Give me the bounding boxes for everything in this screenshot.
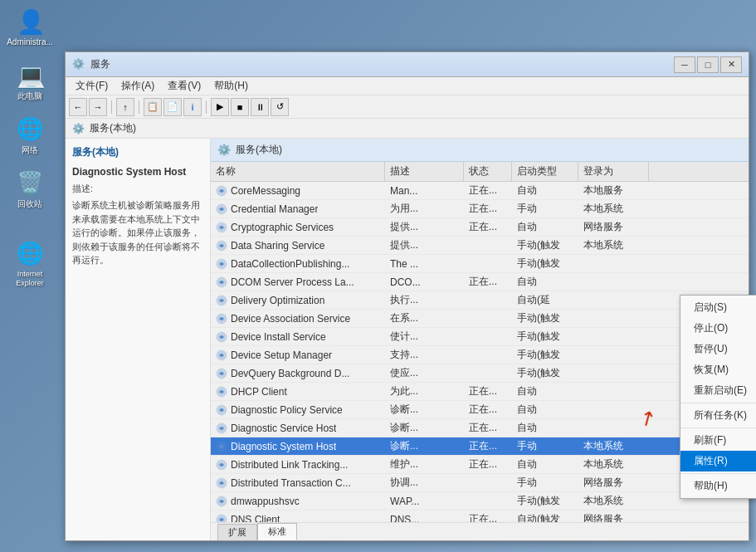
table-row[interactable]: Data Sharing Service 提供... 手动(触发 本地系统	[211, 237, 749, 255]
window-title: 服务	[90, 57, 674, 71]
content-area: 服务(本地) Diagnostic System Host 描述: 诊断系统主机…	[66, 139, 749, 540]
table-row[interactable]: DNS Client DNS... 正在... 自动(触发 网络服务	[211, 510, 749, 522]
menu-action[interactable]: 操作(A)	[115, 77, 161, 95]
desktop-icon-ie[interactable]: 🌐 Internet Explorer	[7, 241, 53, 288]
service-desc-title: Diagnostic System Host	[72, 166, 203, 178]
address-text: 服务(本地)	[90, 121, 136, 135]
desktop-icon-label: 网络	[22, 145, 38, 155]
minimize-button[interactable]: ─	[674, 56, 695, 73]
toolbar-show[interactable]: 📋	[144, 98, 162, 116]
table-row[interactable]: Device Setup Manager 支持... 手动(触发	[211, 346, 749, 364]
bottom-tabs: 扩展 标准	[211, 522, 749, 540]
desktop-icon-label: 此电脑	[17, 91, 42, 101]
header-login[interactable]: 登录为	[578, 162, 649, 181]
address-icon: ⚙️	[72, 123, 85, 134]
desc-label: 描述:	[72, 183, 203, 195]
toolbar-play[interactable]: ▶	[211, 98, 229, 116]
desktop-icon-label: 回收站	[17, 199, 42, 209]
menu-help[interactable]: 帮助(H)	[207, 77, 255, 95]
service-table[interactable]: 名称 描述 状态 启动类型 登录为 CoreMessaging Man... 正…	[211, 162, 749, 522]
window-controls: ─ □ ✕	[674, 56, 742, 73]
toolbar-btn1[interactable]: 📄	[163, 98, 182, 116]
toolbar-separator	[111, 100, 112, 114]
address-bar: ⚙️ 服务(本地)	[66, 119, 749, 139]
context-menu-separator	[680, 403, 756, 403]
context-menu-item[interactable]: 刷新(F)	[680, 430, 756, 451]
table-body: CoreMessaging Man... 正在... 自动 本地服务 Crede…	[211, 182, 749, 522]
desktop-icon-network[interactable]: 🌐 网络	[7, 116, 53, 155]
toolbar-restart[interactable]: ↺	[271, 98, 289, 116]
context-menu: 启动(S)停止(O)暂停(U)恢复(M)重新启动(E)所有任务(K)▶刷新(F)…	[680, 295, 756, 499]
toolbar-stop[interactable]: ■	[231, 98, 249, 116]
desktop-icon-label: Administra...	[7, 37, 53, 47]
table-row[interactable]: Diagnostic Policy Service 诊断... 正在... 自动	[211, 401, 749, 419]
service-desc-text: 诊断系统主机被诊断策略服务用来承载需要在本地系统上下文中运行的诊断。如果停止该服…	[72, 198, 203, 267]
toolbar-btn2[interactable]: i	[183, 98, 202, 116]
table-row[interactable]: Distributed Link Tracking... 维护... 正在...…	[211, 456, 749, 474]
menu-bar: 文件(F) 操作(A) 查看(V) 帮助(H)	[66, 77, 749, 95]
table-row[interactable]: Delivery Optimization 执行... 自动(延	[211, 291, 749, 310]
table-row[interactable]: Cryptographic Services 提供... 正在... 自动 网络…	[211, 218, 749, 237]
context-menu-separator	[680, 473, 756, 474]
toolbar-separator2	[139, 100, 139, 114]
window-icon: ⚙️	[72, 58, 85, 71]
toolbar: ← → ↑ 📋 📄 i ▶ ■ ⏸ ↺	[66, 95, 749, 119]
context-menu-item[interactable]: 恢复(M)	[680, 359, 756, 380]
desktop-icon-label: Internet Explorer	[7, 270, 53, 288]
toolbar-pause[interactable]: ⏸	[251, 98, 269, 116]
tab-standard[interactable]: 标准	[257, 523, 297, 540]
panel-header-icon: ⚙️	[217, 144, 231, 156]
services-window: ⚙️ 服务 ─ □ ✕ 文件(F) 操作(A) 查看(V) 帮助(H) ← → …	[65, 51, 749, 541]
context-menu-separator	[680, 427, 756, 428]
title-bar: ⚙️ 服务 ─ □ ✕	[66, 52, 749, 77]
toolbar-separator3	[206, 100, 207, 114]
panel-header-text: 服务(本地)	[236, 143, 282, 157]
desktop-icon-computer[interactable]: 💻 此电脑	[7, 62, 53, 101]
desktop-icon-admin[interactable]: 👤 Administra...	[7, 8, 53, 47]
desktop-icons: 👤 Administra... 💻 此电脑 🌐 网络 🗑️ 回收站 🌐 Inte…	[7, 8, 53, 288]
table-row[interactable]: DHCP Client 为此... 正在... 自动	[211, 383, 749, 401]
menu-view[interactable]: 查看(V)	[161, 77, 207, 95]
header-startup[interactable]: 启动类型	[512, 162, 578, 181]
context-menu-item[interactable]: 帮助(H)	[680, 476, 756, 496]
context-menu-item[interactable]: 重新启动(E)	[680, 380, 756, 401]
table-row[interactable]: Diagnostic Service Host 诊断... 正在... 自动	[211, 419, 749, 437]
header-desc[interactable]: 描述	[385, 162, 464, 181]
table-row[interactable]: DataCollectionPublishing... The ... 手动(触…	[211, 255, 749, 273]
header-name[interactable]: 名称	[211, 162, 385, 181]
table-row[interactable]: DevQuery Background D... 使应... 手动(触发	[211, 364, 749, 383]
context-menu-item[interactable]: 所有任务(K)▶	[680, 405, 756, 426]
context-menu-item[interactable]: 停止(O)	[680, 318, 756, 339]
desktop-icon-trash[interactable]: 🗑️ 回收站	[7, 170, 53, 209]
table-row[interactable]: DCOM Server Process La... DCO... 正在... 自…	[211, 273, 749, 291]
left-panel: 服务(本地) Diagnostic System Host 描述: 诊断系统主机…	[66, 139, 211, 540]
close-button[interactable]: ✕	[720, 56, 742, 73]
main-panel: ⚙️ 服务(本地) 名称 描述 状态 启动类型 登录为 Co	[211, 139, 749, 540]
table-row[interactable]: CoreMessaging Man... 正在... 自动 本地服务	[211, 182, 749, 200]
tab-expand[interactable]: 扩展	[217, 524, 257, 540]
table-row[interactable]: Credential Manager 为用... 正在... 手动 本地系统	[211, 200, 749, 218]
header-status[interactable]: 状态	[464, 162, 512, 181]
maximize-button[interactable]: □	[697, 56, 719, 73]
table-row[interactable]: Device Association Service 在系... 手动(触发	[211, 310, 749, 328]
table-row[interactable]: dmwappushsvc WAP... 手动(触发 本地系统	[211, 492, 749, 510]
context-menu-item[interactable]: 启动(S)	[680, 297, 756, 318]
toolbar-up[interactable]: ↑	[116, 98, 134, 116]
menu-file[interactable]: 文件(F)	[69, 77, 115, 95]
context-menu-item[interactable]: 暂停(U)	[680, 339, 756, 359]
panel-header: ⚙️ 服务(本地)	[211, 139, 749, 162]
context-menu-item[interactable]: 属性(R)	[680, 451, 756, 471]
table-row[interactable]: Diagnostic System Host 诊断... 正在... 手动 本地…	[211, 437, 749, 456]
table-row[interactable]: Distributed Transaction C... 协调... 手动 网络…	[211, 474, 749, 492]
table-header: 名称 描述 状态 启动类型 登录为	[211, 162, 749, 182]
toolbar-forward[interactable]: →	[89, 98, 107, 116]
toolbar-back[interactable]: ←	[69, 98, 87, 116]
table-row[interactable]: Device Install Service 使计... 手动(触发	[211, 328, 749, 346]
left-panel-title[interactable]: 服务(本地)	[72, 145, 203, 159]
